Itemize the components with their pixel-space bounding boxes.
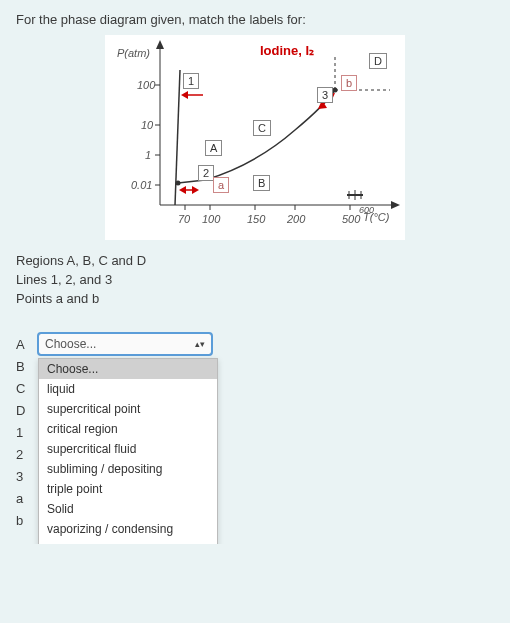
row-label-1: 1 bbox=[16, 425, 38, 440]
option-triple-pt[interactable]: triple point bbox=[39, 479, 217, 499]
phase-diagram: Iodine, I₂ P(atm) T(°C) 0.01 1 10 100 70… bbox=[105, 35, 405, 240]
svg-marker-26 bbox=[179, 186, 186, 194]
subprompt-points: Points a and b bbox=[16, 291, 494, 306]
select-A-value: Choose... bbox=[45, 337, 96, 351]
x-tick-extra: 600 bbox=[359, 205, 374, 215]
x-tick-3: 200 bbox=[287, 213, 305, 225]
select-A[interactable]: Choose... ▴▾ bbox=[38, 333, 212, 355]
line-label-3: 3 bbox=[317, 87, 333, 103]
x-tick-2: 150 bbox=[247, 213, 265, 225]
line-label-2: 2 bbox=[198, 165, 214, 181]
caret-icon: ▴▾ bbox=[195, 339, 205, 349]
option-supercrit-pt[interactable]: supercritical point bbox=[39, 399, 217, 419]
svg-marker-27 bbox=[192, 186, 199, 194]
question-prompt: For the phase diagram given, match the l… bbox=[16, 12, 494, 27]
line-label-1: 1 bbox=[183, 73, 199, 89]
match-row-A: A Choose... ▴▾ Choose... liquid supercri… bbox=[16, 334, 494, 354]
subprompt-regions: Regions A, B, C and D bbox=[16, 253, 494, 268]
row-label-B: B bbox=[16, 359, 38, 374]
region-label-d: D bbox=[369, 53, 387, 69]
row-label-D: D bbox=[16, 403, 38, 418]
row-label-3: 3 bbox=[16, 469, 38, 484]
chart-title: Iodine, I₂ bbox=[260, 43, 314, 58]
row-label-C: C bbox=[16, 381, 38, 396]
region-label-b: B bbox=[253, 175, 270, 191]
y-tick-0: 0.01 bbox=[131, 179, 152, 191]
subprompt-lines: Lines 1, 2, and 3 bbox=[16, 272, 494, 287]
option-liquid[interactable]: liquid bbox=[39, 379, 217, 399]
option-crit-pt[interactable]: critical point bbox=[39, 539, 217, 544]
y-axis-label: P(atm) bbox=[117, 47, 150, 59]
option-subliming[interactable]: subliming / depositing bbox=[39, 459, 217, 479]
y-tick-2: 10 bbox=[141, 119, 153, 131]
diagram-container: Iodine, I₂ P(atm) T(°C) 0.01 1 10 100 70… bbox=[16, 35, 494, 243]
row-label-a: a bbox=[16, 491, 38, 506]
row-label-b: b bbox=[16, 513, 38, 528]
point-label-b: b bbox=[341, 75, 357, 91]
row-label-2: 2 bbox=[16, 447, 38, 462]
region-label-c: C bbox=[253, 120, 271, 136]
x-tick-0: 70 bbox=[178, 213, 190, 225]
row-label-A: A bbox=[16, 337, 38, 352]
y-tick-3: 100 bbox=[137, 79, 155, 91]
svg-marker-3 bbox=[391, 201, 400, 209]
option-solid[interactable]: Solid bbox=[39, 499, 217, 519]
region-label-a: A bbox=[205, 140, 222, 156]
x-tick-1: 100 bbox=[202, 213, 220, 225]
x-tick-4: 500 bbox=[342, 213, 360, 225]
svg-marker-24 bbox=[181, 91, 188, 99]
option-supercrit-fl[interactable]: supercritical fluid bbox=[39, 439, 217, 459]
option-vaporizing[interactable]: vaporizing / condensing bbox=[39, 519, 217, 539]
option-crit-region[interactable]: critical region bbox=[39, 419, 217, 439]
point-label-a: a bbox=[213, 177, 229, 193]
option-choose[interactable]: Choose... bbox=[39, 359, 217, 379]
select-A-dropdown: Choose... liquid supercritical point cri… bbox=[38, 358, 218, 544]
matching-area: A Choose... ▴▾ Choose... liquid supercri… bbox=[16, 334, 494, 530]
svg-marker-1 bbox=[156, 40, 164, 49]
y-tick-1: 1 bbox=[145, 149, 151, 161]
